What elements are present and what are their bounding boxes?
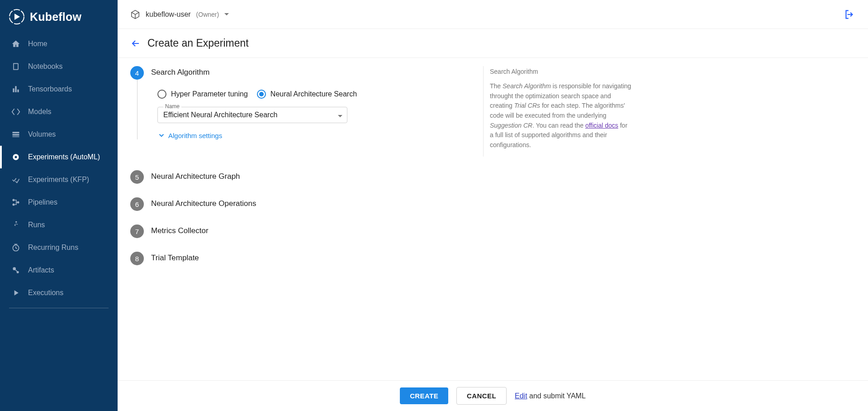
kubeflow-logo-icon — [9, 9, 24, 24]
sidebar-item-label: Tensorboards — [28, 85, 72, 93]
page-title: Create an Experiment — [147, 37, 249, 49]
sidebar-item-runs[interactable]: Runs — [0, 214, 118, 236]
footer: CREATE CANCEL Edit and submit YAML — [118, 380, 868, 411]
sidebar-item-label: Executions — [28, 289, 63, 297]
svg-point-6 — [15, 221, 17, 223]
arrow-left-icon — [130, 38, 141, 49]
step-neural-architecture-graph[interactable]: 5 Neural Architecture Graph — [130, 153, 610, 197]
sidebar-item-executions[interactable]: Executions — [0, 282, 118, 304]
sidebar-item-label: Volumes — [28, 130, 56, 139]
play-icon — [11, 288, 21, 298]
flask-icon — [11, 152, 21, 162]
sidebar-item-label: Models — [28, 108, 52, 116]
step-number: 5 — [130, 170, 144, 184]
checks-icon — [11, 175, 21, 185]
namespace-selector[interactable]: kubeflow-user (Owner) — [130, 10, 229, 19]
sidebar-item-recurring-runs[interactable]: Recurring Runs — [0, 236, 118, 259]
svg-point-3 — [13, 199, 15, 201]
step-title: Neural Architecture Graph — [151, 172, 610, 181]
algorithm-name-select[interactable]: Name Efficient Neural Architecture Searc… — [157, 107, 347, 123]
step-trial-template[interactable]: 8 Trial Template — [130, 252, 610, 271]
main: kubeflow-user (Owner) Create an Experime… — [118, 0, 868, 411]
radio-neural-architecture-search[interactable]: Neural Architecture Search — [257, 90, 357, 99]
yaml-link: Edit and submit YAML — [515, 392, 586, 400]
home-icon — [11, 39, 21, 49]
cube-icon — [130, 10, 140, 19]
svg-point-4 — [13, 204, 15, 206]
models-icon — [11, 107, 21, 117]
nav: Home Notebooks Tensorboards Models Volum… — [0, 33, 118, 312]
logout-icon — [844, 9, 855, 20]
run-icon — [11, 220, 21, 230]
sidebar-item-label: Artifacts — [28, 266, 54, 274]
sidebar-item-label: Recurring Runs — [28, 244, 78, 252]
namespace-name: kubeflow-user — [146, 10, 191, 19]
step-search-algorithm: 4 Search Algorithm Hyper Parameter tunin… — [130, 66, 610, 153]
help-text: The Search Algorithm is responsible for … — [490, 81, 632, 150]
sidebar-item-label: Runs — [28, 221, 45, 229]
sidebar-item-tensorboards[interactable]: Tensorboards — [0, 78, 118, 100]
step-metrics-collector[interactable]: 7 Metrics Collector — [130, 225, 610, 252]
storage-icon — [11, 129, 21, 139]
book-icon — [11, 62, 21, 72]
chevron-down-icon — [338, 111, 342, 119]
back-button[interactable] — [130, 38, 141, 49]
step-title: Trial Template — [151, 253, 610, 263]
namespace-role: (Owner) — [196, 11, 219, 18]
step-title: Neural Architecture Operations — [151, 199, 610, 208]
sidebar-item-artifacts[interactable]: Artifacts — [0, 259, 118, 282]
sidebar-item-volumes[interactable]: Volumes — [0, 123, 118, 146]
nav-divider — [9, 308, 109, 308]
sidebar-item-label: Experiments (AutoML) — [28, 153, 100, 161]
radio-circle-icon — [157, 90, 166, 99]
logout-button[interactable] — [844, 9, 855, 20]
topbar: kubeflow-user (Owner) — [118, 0, 868, 29]
content: 4 Search Algorithm Hyper Parameter tunin… — [118, 58, 868, 380]
radio-label: Neural Architecture Search — [270, 90, 357, 98]
step-number: 6 — [130, 197, 144, 211]
sidebar-item-experiments-kfp[interactable]: Experiments (KFP) — [0, 168, 118, 191]
edit-yaml-link[interactable]: Edit — [515, 392, 527, 400]
sidebar-item-notebooks[interactable]: Notebooks — [0, 55, 118, 78]
create-button[interactable]: CREATE — [400, 387, 448, 404]
official-docs-link[interactable]: official docs — [585, 122, 618, 129]
chart-icon — [11, 84, 21, 94]
radio-circle-icon — [257, 90, 266, 99]
brand: Kubeflow — [0, 5, 118, 33]
tree-icon — [11, 197, 21, 207]
sidebar-item-label: Experiments (KFP) — [28, 176, 89, 184]
radio-hyper-parameter-tuning[interactable]: Hyper Parameter tuning — [157, 90, 248, 99]
svg-point-2 — [15, 156, 17, 158]
sidebar-item-experiments-automl[interactable]: Experiments (AutoML) — [0, 146, 118, 168]
brand-name: Kubeflow — [30, 10, 81, 24]
help-title: Search Algorithm — [490, 68, 632, 75]
artifact-icon — [11, 265, 21, 275]
cancel-button[interactable]: CANCEL — [456, 387, 507, 405]
step-number: 7 — [130, 225, 144, 238]
step-neural-architecture-operations[interactable]: 6 Neural Architecture Operations — [130, 197, 610, 225]
help-panel: Search Algorithm The Search Algorithm is… — [483, 66, 632, 157]
select-label: Name — [163, 103, 181, 110]
sidebar-item-models[interactable]: Models — [0, 100, 118, 123]
chevron-down-icon — [157, 131, 166, 139]
sidebar-item-label: Notebooks — [28, 62, 63, 71]
step-title: Metrics Collector — [151, 226, 610, 235]
step-number: 8 — [130, 252, 144, 265]
clock-icon — [11, 243, 21, 253]
stepper: 4 Search Algorithm Hyper Parameter tunin… — [130, 58, 610, 271]
sidebar-item-pipelines[interactable]: Pipelines — [0, 191, 118, 214]
sidebar-item-label: Pipelines — [28, 198, 57, 206]
sidebar-item-label: Home — [28, 40, 47, 48]
algorithm-settings-label: Algorithm settings — [168, 132, 222, 139]
page-header: Create an Experiment — [118, 29, 868, 58]
radio-label: Hyper Parameter tuning — [171, 90, 248, 98]
svg-point-8 — [13, 267, 16, 270]
sidebar: Kubeflow Home Notebooks Tensorboards Mod… — [0, 0, 118, 411]
step-number: 4 — [130, 66, 144, 80]
sidebar-item-home[interactable]: Home — [0, 33, 118, 55]
select-value: Efficient Neural Architecture Search — [163, 111, 277, 119]
chevron-down-icon — [224, 13, 229, 15]
